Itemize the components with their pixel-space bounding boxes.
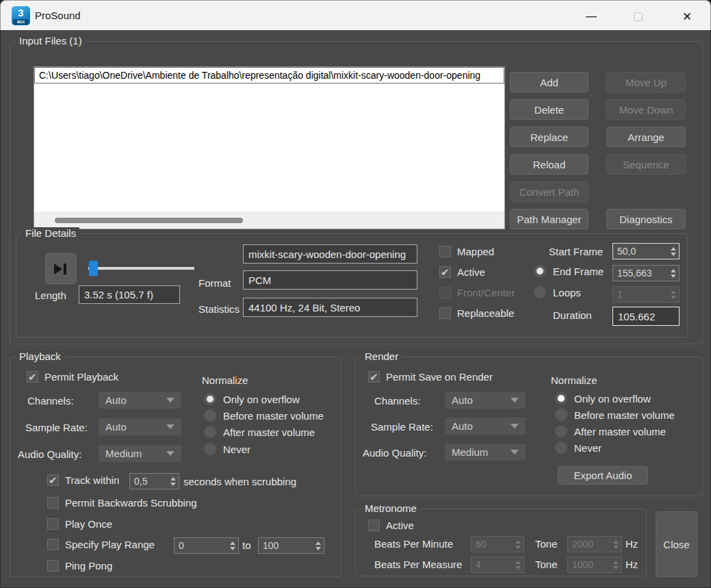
after-master-volume-label: After master volume — [223, 426, 315, 438]
render-channels-dropdown[interactable]: Auto — [445, 392, 526, 409]
spinner-arrows-icon[interactable] — [668, 287, 679, 302]
render-sample-rate-dropdown[interactable]: Auto — [445, 418, 526, 435]
input-files-list[interactable]: C:\Users\tiago\OneDrive\Ambiente de Trab… — [34, 66, 505, 229]
metronome-group: Metronome Active Beats Per Minute 60 Ton… — [355, 509, 647, 576]
track-within-label: Track within — [65, 474, 119, 486]
play-button[interactable] — [45, 253, 77, 284]
title-bar[interactable]: 3 MAX ProSound — ✕ — [0, 0, 711, 30]
close-window-button[interactable]: ✕ — [671, 6, 703, 27]
spinner-arrows-icon[interactable] — [610, 537, 621, 552]
path-manager-button[interactable]: Path Manager — [510, 209, 589, 229]
length-field: 3.52 s (105.7 f) — [79, 285, 180, 304]
only-on-overflow-label: Only on overflow — [223, 394, 300, 405]
playback-position-slider[interactable] — [88, 267, 194, 270]
metronome-active-row: Active — [368, 520, 414, 531]
dropdown-arrow-icon — [166, 451, 174, 456]
permit-backwards-scrubbing-checkbox[interactable] — [47, 497, 59, 509]
maximize-button[interactable] — [622, 6, 654, 27]
end-frame-value: 155,663 — [613, 266, 668, 281]
spinner-arrows-icon[interactable] — [668, 266, 679, 281]
spinner-arrows-icon[interactable] — [313, 538, 324, 553]
spinner-arrows-icon[interactable] — [668, 244, 679, 259]
export-audio-button[interactable]: Export Audio — [558, 466, 648, 485]
app-icon-number: 3 — [12, 7, 30, 18]
convert-path-button[interactable]: Convert Path — [510, 181, 589, 202]
add-button[interactable]: Add — [510, 72, 589, 92]
track-within-checkbox[interactable] — [47, 474, 59, 486]
end-frame-spinner[interactable]: 155,663 — [612, 265, 680, 281]
slider-handle[interactable] — [89, 261, 98, 276]
channels-label: Channels: — [27, 395, 74, 407]
minimize-button[interactable]: — — [576, 6, 607, 27]
specify-play-range-checkbox[interactable] — [47, 539, 59, 550]
replaceable-checkbox[interactable] — [439, 307, 451, 319]
channels-dropdown[interactable]: Auto — [99, 392, 181, 409]
render-normalize-label: Normalize — [551, 374, 597, 386]
duration-label: Duration — [553, 309, 592, 321]
render-never-radio[interactable] — [555, 442, 567, 454]
move-up-button[interactable]: Move Up — [606, 72, 686, 92]
mapped-checkbox[interactable] — [439, 246, 451, 257]
ping-pong-checkbox[interactable] — [47, 560, 59, 572]
render-only-on-overflow-radio[interactable] — [555, 392, 567, 405]
sequence-button[interactable]: Sequence — [606, 154, 686, 175]
start-frame-spinner[interactable]: 50,0 — [612, 243, 680, 259]
diagnostics-button[interactable]: Diagnostics — [606, 209, 686, 229]
permit-playback-checkbox[interactable] — [27, 371, 38, 383]
render-audio-quality-dropdown[interactable]: Medium — [445, 444, 526, 461]
dropdown-arrow-icon — [166, 398, 174, 402]
render-before-master-volume-radio[interactable] — [555, 409, 567, 421]
range-to-spinner[interactable]: 100 — [258, 537, 324, 554]
beats-per-measure-spinner[interactable]: 4 — [471, 557, 524, 573]
list-item[interactable]: C:\Users\tiago\OneDrive\Ambiente de Trab… — [34, 67, 504, 84]
tone-spinner-1[interactable]: 2000 — [567, 536, 622, 552]
range-from-spinner[interactable]: 0 — [174, 537, 239, 554]
metronome-active-checkbox[interactable] — [368, 520, 380, 531]
track-within-spinner[interactable]: 0,5 — [129, 473, 179, 489]
sample-rate-dropdown[interactable]: Auto — [99, 418, 181, 435]
delete-button[interactable]: Delete — [510, 99, 589, 120]
normalize-option-row: Before master volume — [555, 409, 675, 421]
minimize-icon: — — [586, 6, 597, 27]
spinner-arrows-icon[interactable] — [513, 537, 523, 552]
never-radio[interactable] — [204, 443, 216, 455]
horizontal-scrollbar[interactable] — [34, 212, 504, 229]
reload-button[interactable]: Reload — [510, 154, 589, 175]
loops-spinner[interactable]: 1 — [612, 286, 680, 303]
loops-radio[interactable] — [534, 286, 546, 298]
before-master-volume-radio[interactable] — [204, 409, 216, 422]
permit-save-on-render-checkbox[interactable] — [368, 371, 380, 383]
front-center-checkbox[interactable] — [439, 287, 451, 298]
ping-pong-row: Ping Pong — [47, 560, 112, 572]
spinner-arrows-icon[interactable] — [513, 557, 523, 572]
arrange-button[interactable]: Arrange — [606, 127, 686, 147]
play-once-checkbox[interactable] — [47, 518, 59, 530]
replace-button[interactable]: Replace — [510, 127, 589, 147]
tone-spinner-2[interactable]: 1000 — [567, 557, 622, 573]
close-button[interactable]: Close — [656, 511, 697, 577]
only-on-overflow-radio[interactable] — [204, 393, 216, 405]
spinner-arrows-icon[interactable] — [610, 557, 621, 572]
loops-label: Loops — [553, 287, 581, 298]
beats-per-minute-spinner[interactable]: 60 — [471, 536, 524, 552]
spinner-arrows-icon[interactable] — [168, 474, 179, 489]
horizontal-scrollbar-thumb[interactable] — [55, 218, 243, 223]
render-channels-label: Channels: — [374, 395, 421, 407]
duration-field[interactable]: 105.662 — [612, 307, 680, 326]
channels-value: Auto — [99, 394, 166, 406]
render-after-master-volume-label: After master volume — [574, 426, 666, 437]
front-center-label: Front/Center — [457, 287, 515, 298]
mapped-checkbox-row: Mapped — [439, 246, 494, 257]
after-master-volume-radio[interactable] — [204, 426, 216, 438]
move-down-button[interactable]: Move Down — [606, 99, 686, 120]
metronome-group-label: Metronome — [361, 502, 420, 514]
end-frame-radio[interactable] — [534, 265, 546, 277]
playback-group: Playback Permit Playback Channels: Auto … — [10, 357, 341, 577]
render-after-master-volume-radio[interactable] — [555, 425, 567, 437]
spinner-arrows-icon[interactable] — [227, 538, 238, 553]
normalize-option-row: Never — [555, 442, 602, 454]
3ds-max-app-icon: 3 MAX — [12, 6, 30, 25]
permit-playback-row: Permit Playback — [27, 371, 118, 383]
audio-quality-dropdown[interactable]: Medium — [99, 445, 181, 462]
active-checkbox[interactable] — [439, 266, 451, 278]
